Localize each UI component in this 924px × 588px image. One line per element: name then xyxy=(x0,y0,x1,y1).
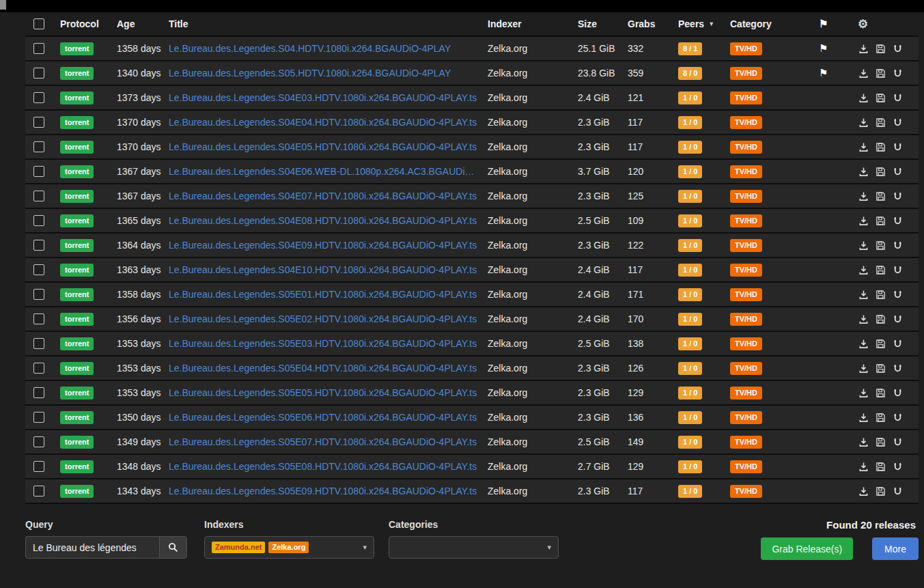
download-release-button[interactable] xyxy=(858,412,869,423)
save-release-button[interactable] xyxy=(875,264,886,275)
save-release-button[interactable] xyxy=(875,117,886,128)
release-title-link[interactable]: Le.Bureau.des.Legendes.S05E03.HDTV.1080i… xyxy=(169,338,486,349)
release-title-link[interactable]: Le.Bureau.des.Legendes.S05E09.HDTV.1080i… xyxy=(169,486,486,496)
release-title-link[interactable]: Le.Bureau.des.Legendes.S05E08.HDTV.1080i… xyxy=(169,461,486,472)
release-title-link[interactable]: Le.Bureau.des.Legendes.S04E07.HDTV.1080i… xyxy=(169,191,486,201)
save-release-button[interactable] xyxy=(875,338,886,349)
download-release-button[interactable] xyxy=(858,363,869,374)
release-title-link[interactable]: Le.Bureau.des.Legendes.S04E06.WEB-DL.108… xyxy=(169,166,486,177)
magnet-link-button[interactable] xyxy=(892,363,903,374)
download-release-button[interactable] xyxy=(858,240,869,251)
save-release-button[interactable] xyxy=(875,166,886,177)
save-release-button[interactable] xyxy=(875,313,886,324)
more-button[interactable]: More xyxy=(872,537,919,560)
magnet-link-button[interactable] xyxy=(892,338,903,349)
release-title-link[interactable]: Le.Bureau.des.Legendes.S04E03.HDTV.1080i… xyxy=(169,92,486,103)
release-title-link[interactable]: Le.Bureau.des.Legendes.S05E02.HDTV.1080i… xyxy=(169,313,486,324)
download-release-button[interactable] xyxy=(858,141,869,152)
save-release-button[interactable] xyxy=(875,387,886,398)
magnet-link-button[interactable] xyxy=(892,240,903,251)
save-release-button[interactable] xyxy=(875,68,886,79)
save-release-button[interactable] xyxy=(875,486,886,496)
header-category[interactable]: Category xyxy=(728,18,817,29)
release-title-link[interactable]: Le.Bureau.des.Legendes.S04E08.HDTV.1080i… xyxy=(169,215,486,226)
download-release-button[interactable] xyxy=(858,436,869,447)
download-release-button[interactable] xyxy=(858,43,869,54)
download-release-button[interactable] xyxy=(858,92,869,103)
row-checkbox[interactable] xyxy=(33,141,44,152)
save-release-button[interactable] xyxy=(875,363,886,374)
row-checkbox[interactable] xyxy=(33,166,44,177)
save-release-button[interactable] xyxy=(875,191,886,201)
magnet-link-button[interactable] xyxy=(892,141,903,152)
table-options-gear-icon[interactable]: ⚙ xyxy=(858,17,868,31)
magnet-link-button[interactable] xyxy=(892,313,903,324)
magnet-link-button[interactable] xyxy=(892,68,903,79)
download-release-button[interactable] xyxy=(858,117,869,128)
magnet-link-button[interactable] xyxy=(892,264,903,275)
magnet-link-button[interactable] xyxy=(892,43,903,54)
row-checkbox[interactable] xyxy=(33,92,44,103)
save-release-button[interactable] xyxy=(875,240,886,251)
magnet-link-button[interactable] xyxy=(892,436,903,447)
magnet-link-button[interactable] xyxy=(892,92,903,103)
row-checkbox[interactable] xyxy=(33,412,44,423)
download-release-button[interactable] xyxy=(858,215,869,226)
header-indexer[interactable]: Indexer xyxy=(486,18,576,29)
download-release-button[interactable] xyxy=(858,461,869,472)
row-checkbox[interactable] xyxy=(33,191,44,201)
row-checkbox[interactable] xyxy=(33,68,44,79)
save-release-button[interactable] xyxy=(875,412,886,423)
release-title-link[interactable]: Le.Bureau.des.Legendes.S05E07.HDTV.1080i… xyxy=(169,436,486,447)
download-release-button[interactable] xyxy=(858,486,869,496)
categories-select[interactable]: ▾ xyxy=(389,536,559,559)
header-age[interactable]: Age xyxy=(115,18,167,29)
save-release-button[interactable] xyxy=(875,436,886,447)
search-button[interactable] xyxy=(159,536,187,559)
magnet-link-button[interactable] xyxy=(892,191,903,201)
header-size[interactable]: Size xyxy=(576,18,626,29)
row-checkbox[interactable] xyxy=(33,289,44,300)
header-protocol[interactable]: Protocol xyxy=(55,18,115,29)
magnet-link-button[interactable] xyxy=(892,289,903,300)
row-checkbox[interactable] xyxy=(33,338,44,349)
row-checkbox[interactable] xyxy=(33,264,44,275)
scrollbar-nub[interactable] xyxy=(0,0,6,10)
indexers-select[interactable]: Zamunda.netZelka.org ▾ xyxy=(204,536,374,559)
magnet-link-button[interactable] xyxy=(892,461,903,472)
header-grabs[interactable]: Grabs xyxy=(626,18,676,29)
magnet-link-button[interactable] xyxy=(892,387,903,398)
row-checkbox[interactable] xyxy=(33,387,44,398)
release-title-link[interactable]: Le.Bureau.des.Legendes.S05E04.HDTV.1080i… xyxy=(169,363,486,374)
row-checkbox[interactable] xyxy=(33,461,44,472)
release-title-link[interactable]: Le.Bureau.des.Legendes.S04E09.HDTV.1080i… xyxy=(169,240,486,251)
download-release-button[interactable] xyxy=(858,264,869,275)
grab-releases-button[interactable]: Grab Release(s) xyxy=(761,537,853,560)
search-query-input[interactable] xyxy=(25,536,159,559)
magnet-link-button[interactable] xyxy=(892,486,903,496)
save-release-button[interactable] xyxy=(875,461,886,472)
row-checkbox[interactable] xyxy=(33,43,44,54)
save-release-button[interactable] xyxy=(875,43,886,54)
magnet-link-button[interactable] xyxy=(892,215,903,226)
download-release-button[interactable] xyxy=(858,338,869,349)
download-release-button[interactable] xyxy=(858,313,869,324)
row-checkbox[interactable] xyxy=(33,313,44,324)
row-checkbox[interactable] xyxy=(33,363,44,374)
release-title-link[interactable]: Le.Bureau.des.Legendes.S04E05.HDTV.1080i… xyxy=(169,141,486,152)
download-release-button[interactable] xyxy=(858,191,869,201)
row-checkbox[interactable] xyxy=(33,117,44,128)
magnet-link-button[interactable] xyxy=(892,166,903,177)
save-release-button[interactable] xyxy=(875,92,886,103)
row-checkbox[interactable] xyxy=(33,240,44,251)
release-title-link[interactable]: Le.Bureau.des.Legendes.S05.HDTV.1080i.x2… xyxy=(169,68,486,79)
select-all-checkbox[interactable] xyxy=(33,18,44,29)
magnet-link-button[interactable] xyxy=(892,412,903,423)
row-checkbox[interactable] xyxy=(33,486,44,496)
row-checkbox[interactable] xyxy=(33,436,44,447)
release-title-link[interactable]: Le.Bureau.des.Legendes.S05E05.HDTV.1080i… xyxy=(169,387,486,398)
row-checkbox[interactable] xyxy=(33,215,44,226)
magnet-link-button[interactable] xyxy=(892,117,903,128)
save-release-button[interactable] xyxy=(875,289,886,300)
release-title-link[interactable]: Le.Bureau.des.Legendes.S05E06.HDTV.1080i… xyxy=(169,412,486,423)
